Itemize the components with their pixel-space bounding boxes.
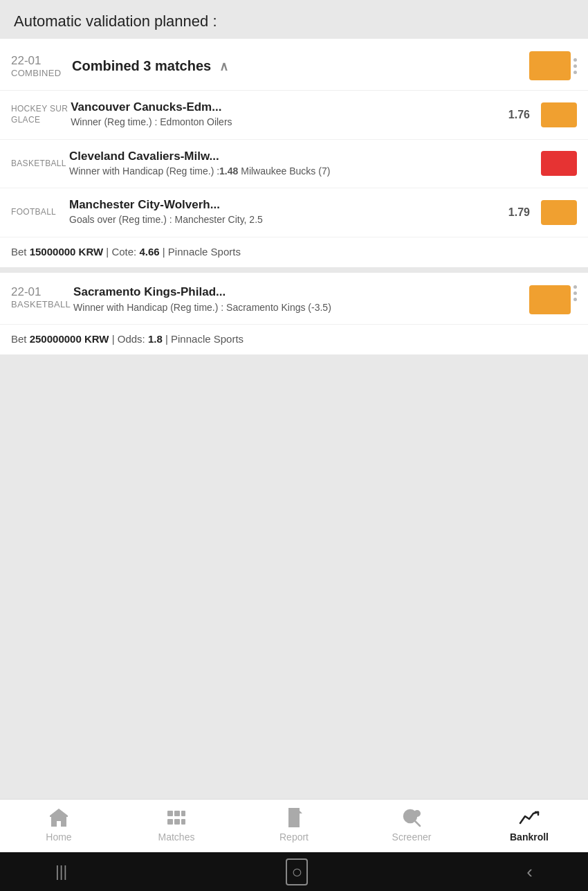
combined-status-box xyxy=(529,51,571,80)
svg-rect-1 xyxy=(174,811,180,816)
single-bet-amount: 250000000 KRW xyxy=(30,333,109,345)
basketball-match-info: Cleveland Cavaliers-Milw... Winner with … xyxy=(66,150,530,179)
nav-bankroll-label: Bankroll xyxy=(510,831,549,843)
single-bet-detail: Winner with Handicap (Reg time.) : Sacra… xyxy=(73,301,518,315)
combined-bet-header: 22-01 COMBINED Combined 3 matches ∧ xyxy=(0,39,588,91)
single-bet-info: Sacramento Kings-Philad... Winner with H… xyxy=(71,285,518,315)
single-date: 22-01 xyxy=(11,285,71,299)
nav-bankroll[interactable]: Bankroll xyxy=(495,807,564,843)
chevron-up-icon[interactable]: ∧ xyxy=(219,60,228,73)
nav-home-label: Home xyxy=(46,831,71,843)
bottom-nav: Home Matches Report xyxy=(0,799,588,852)
recent-apps-button[interactable]: ||| xyxy=(55,863,67,881)
single-date-type: 22-01 BASKETBALL xyxy=(11,285,71,309)
main-content: 22-01 COMBINED Combined 3 matches ∧ HOCK… xyxy=(0,39,588,799)
combined-type: COMBINED xyxy=(11,68,66,78)
single-bet-name: Sacramento Kings-Philad... xyxy=(73,285,518,299)
hockey-match-name: Vancouver Canucks-Edm... xyxy=(71,100,502,114)
match-row-football: FOOTBALL Manchester City-Wolverh... Goal… xyxy=(0,188,588,237)
empty-area xyxy=(0,360,588,471)
hockey-status-box xyxy=(541,102,577,127)
football-sport-label: FOOTBALL xyxy=(11,207,66,218)
svg-rect-0 xyxy=(167,811,173,816)
single-more-button[interactable] xyxy=(571,285,577,301)
single-summary: Bet 250000000 KRW | Odds: 1.8 | Pinnacle… xyxy=(0,325,588,354)
match-row-basketball: BASKETBALL Cleveland Cavaliers-Milw... W… xyxy=(0,140,588,189)
svg-rect-2 xyxy=(181,811,185,816)
combined-more-button[interactable] xyxy=(571,58,577,74)
single-bet-header: 22-01 BASKETBALL Sacramento Kings-Philad… xyxy=(0,273,588,325)
single-odds-value: 1.8 xyxy=(148,333,163,345)
svg-rect-5 xyxy=(181,819,185,825)
basketball-status-box xyxy=(541,151,577,176)
combined-summary: Bet 15000000 KRW | Cote: 4.66 | Pinnacle… xyxy=(0,237,588,267)
bankroll-icon xyxy=(518,807,540,829)
system-bar: ||| ○ ‹ xyxy=(0,852,588,891)
svg-rect-4 xyxy=(174,819,180,825)
combined-bookmaker: Pinnacle Sports xyxy=(168,246,241,258)
combined-title: Combined 3 matches ∧ xyxy=(66,58,518,74)
svg-line-10 xyxy=(415,821,420,826)
svg-rect-6 xyxy=(291,813,297,815)
screener-icon xyxy=(401,807,423,829)
basketball-match-bet: Winner with Handicap (Reg time.) :1.48 M… xyxy=(69,165,530,179)
basketball-sport-label: BASKETBALL xyxy=(11,159,66,170)
hockey-match-info: Vancouver Canucks-Edm... Winner (Reg tim… xyxy=(68,100,502,129)
football-match-name: Manchester City-Wolverh... xyxy=(69,198,502,212)
svg-rect-3 xyxy=(167,819,173,825)
combined-date-type: 22-01 COMBINED xyxy=(11,54,66,78)
football-odds: 1.79 xyxy=(508,206,530,219)
back-button[interactable]: ‹ xyxy=(526,861,533,883)
football-match-bet: Goals over (Reg time.) : Manchester City… xyxy=(69,213,502,227)
hockey-odds: 1.76 xyxy=(508,109,530,121)
home-icon xyxy=(48,807,70,829)
match-row-hockey: HOCKEY SURGLACE Vancouver Canucks-Edm...… xyxy=(0,91,588,140)
combined-date: 22-01 xyxy=(11,54,66,68)
page-header: Automatic validation planned : xyxy=(0,0,588,39)
combined-bet-amount: 15000000 KRW xyxy=(30,246,103,258)
matches-icon xyxy=(165,807,187,829)
football-match-info: Manchester City-Wolverh... Goals over (R… xyxy=(66,198,502,227)
nav-matches-label: Matches xyxy=(158,831,195,843)
svg-rect-7 xyxy=(291,817,297,818)
single-type: BASKETBALL xyxy=(11,299,71,309)
svg-rect-8 xyxy=(291,820,295,822)
nav-report-label: Report xyxy=(279,831,309,843)
nav-screener[interactable]: Screener xyxy=(377,807,446,843)
header-text: Automatic validation planned : xyxy=(14,12,217,30)
nav-screener-label: Screener xyxy=(392,831,432,843)
nav-home[interactable]: Home xyxy=(24,807,93,843)
single-status-box xyxy=(529,285,571,314)
hockey-sport-label: HOCKEY SURGLACE xyxy=(11,104,68,125)
combined-cote-value: 4.66 xyxy=(139,246,159,258)
hockey-match-bet: Winner (Reg time.) : Edmonton Oilers xyxy=(71,116,502,129)
home-button[interactable]: ○ xyxy=(286,858,308,885)
single-bookmaker: Pinnacle Sports xyxy=(171,333,244,345)
nav-matches[interactable]: Matches xyxy=(142,807,211,843)
single-bet-card: 22-01 BASKETBALL Sacramento Kings-Philad… xyxy=(0,273,588,355)
basketball-match-name: Cleveland Cavaliers-Milw... xyxy=(69,150,530,163)
nav-report[interactable]: Report xyxy=(259,807,329,843)
report-icon xyxy=(283,807,305,829)
football-status-box xyxy=(541,200,577,225)
combined-bet-card: 22-01 COMBINED Combined 3 matches ∧ HOCK… xyxy=(0,39,588,267)
